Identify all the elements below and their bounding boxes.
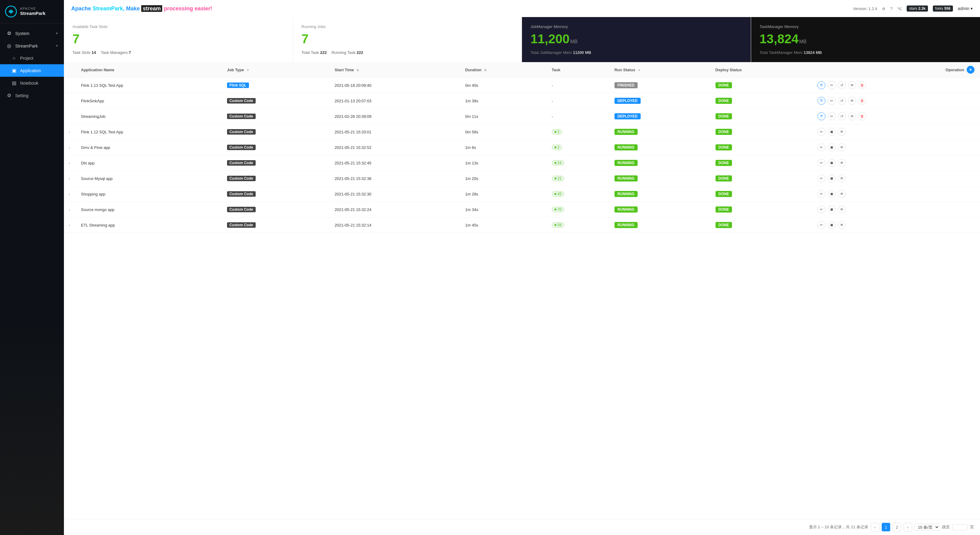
sidebar-item-setting[interactable]: ⚙ Setting xyxy=(0,89,64,102)
edit-button-9[interactable]: ✏ xyxy=(818,205,826,213)
add-application-button[interactable]: + xyxy=(967,66,975,74)
stat-label-jobmanager-mem: JobManager Memory xyxy=(530,24,742,29)
row-job-type-5: Custom Code xyxy=(222,140,330,155)
deploy-button-1[interactable]: ⇈ xyxy=(818,81,826,89)
edit-button-2[interactable]: ✏ xyxy=(828,97,836,105)
row-app-name-5: Gmv & Flow app xyxy=(76,140,222,155)
github-forks-badge[interactable]: forks 556 xyxy=(933,5,953,11)
view-button-1[interactable]: 👁 xyxy=(848,81,856,89)
sidebar-item-project[interactable]: ○ Project xyxy=(0,52,64,64)
page-button-2[interactable]: 2 xyxy=(892,523,901,531)
row-expand-5[interactable]: › xyxy=(64,140,76,155)
github-stars-badge[interactable]: stars 2.3k xyxy=(907,5,928,11)
page-button-1[interactable]: 1 xyxy=(882,523,890,531)
nav-icon-1[interactable]: ⊘ xyxy=(882,6,885,11)
stop-button-8[interactable]: ⏹ xyxy=(828,190,836,198)
view-button-3[interactable]: 👁 xyxy=(848,112,856,120)
sidebar-item-application[interactable]: ▣ Application xyxy=(0,64,64,77)
row-expand-7[interactable]: › xyxy=(64,171,76,186)
expand-icon-10[interactable]: › xyxy=(69,223,70,228)
stat-value-task-slots: 7 xyxy=(72,33,284,45)
row-task-3: - xyxy=(547,109,609,124)
expand-icon-7[interactable]: › xyxy=(69,177,70,181)
sidebar-item-system[interactable]: ⚙ System ▾ xyxy=(0,27,64,40)
stop-button-9[interactable]: ⏹ xyxy=(828,205,836,213)
th-app-name: Application Name xyxy=(76,62,222,78)
view-button-2[interactable]: 👁 xyxy=(848,97,856,105)
expand-icon-8[interactable]: › xyxy=(69,192,70,196)
view-button-7[interactable]: 👁 xyxy=(838,175,846,182)
status-badge-running-4: RUNNING xyxy=(614,175,638,182)
duration-sort-icon[interactable]: ⇅ xyxy=(484,68,486,72)
application-icon: ▣ xyxy=(11,68,17,73)
delete-button-3[interactable]: 🗑 xyxy=(858,112,866,120)
edit-button-10[interactable]: ✏ xyxy=(818,221,826,229)
expand-icon-9[interactable]: › xyxy=(69,208,70,212)
sidebar-item-streampark[interactable]: ◎ StreamPark ▾ xyxy=(0,40,64,52)
forks-label: forks xyxy=(935,6,943,11)
th-run-status[interactable]: Run Status ▼ xyxy=(609,62,711,78)
stop-button-10[interactable]: ⏹ xyxy=(828,221,836,229)
row-start-time-4: 2021-05-21 15:33:01 xyxy=(330,124,460,140)
view-button-8[interactable]: 👁 xyxy=(838,190,846,198)
stop-button-5[interactable]: ⏹ xyxy=(828,143,836,151)
th-job-type[interactable]: Job Type ▼ xyxy=(222,62,330,78)
view-button-10[interactable]: 👁 xyxy=(838,221,846,229)
view-button-4[interactable]: 👁 xyxy=(838,128,846,136)
prev-page-button[interactable]: ‹ xyxy=(871,523,879,531)
edit-button-6[interactable]: ✏ xyxy=(818,159,826,167)
edit-button-3[interactable]: ✏ xyxy=(828,112,836,120)
edit-button-5[interactable]: ✏ xyxy=(818,143,826,151)
row-expand-6[interactable]: › xyxy=(64,155,76,171)
edit-button-4[interactable]: ✏ xyxy=(818,128,826,136)
job-type-filter-icon[interactable]: ▼ xyxy=(246,68,249,72)
jump-to-label: 跳至 xyxy=(942,524,950,530)
deploy-button-2[interactable]: ⇈ xyxy=(818,97,826,105)
edit-button-1[interactable]: ✏ xyxy=(828,81,836,89)
row-job-type-3: Custom Code xyxy=(222,109,330,124)
page-jump-input[interactable] xyxy=(952,524,967,530)
th-start-time[interactable]: Start Time ⇅ xyxy=(330,62,460,78)
sidebar-logo: APACHE StreamPark xyxy=(0,0,64,24)
start-time-sort-icon[interactable]: ⇅ xyxy=(356,68,359,72)
row-run-status-4: RUNNING xyxy=(609,124,711,140)
row-expand-4[interactable]: › xyxy=(64,124,76,140)
row-expand-10[interactable]: › xyxy=(64,217,76,233)
deploy-badge-8: DONE xyxy=(716,191,732,197)
deploy-button-3[interactable]: ⇈ xyxy=(818,112,826,120)
table-row: › Source Mysql app Custom Code 2021-05-2… xyxy=(64,171,980,186)
edit-button-7[interactable]: ✏ xyxy=(818,175,826,182)
row-job-type-6: Custom Code xyxy=(222,155,330,171)
restart-button-2[interactable]: ↺ xyxy=(838,97,846,105)
delete-button-2[interactable]: 🗑 xyxy=(858,97,866,105)
stop-button-6[interactable]: ⏹ xyxy=(828,159,836,167)
per-page-select[interactable]: 10 条/页 20 条/页 50 条/页 xyxy=(915,524,940,531)
run-status-filter-icon[interactable]: ▼ xyxy=(638,68,641,72)
page-unit-label: 页 xyxy=(970,524,974,530)
view-button-5[interactable]: 👁 xyxy=(838,143,846,151)
next-page-button[interactable]: › xyxy=(904,523,912,531)
row-deploy-status-2: DONE xyxy=(711,93,812,109)
stat-footer-task-slots: Task Slots 14 Task Managers 7 xyxy=(72,50,284,55)
stop-button-4[interactable]: ⏹ xyxy=(828,128,836,136)
github-icon[interactable]: ⌥ xyxy=(897,6,902,11)
admin-dropdown[interactable]: admin ▾ xyxy=(958,6,973,11)
view-button-6[interactable]: 👁 xyxy=(838,159,846,167)
expand-icon-6[interactable]: › xyxy=(69,161,70,166)
restart-button-1[interactable]: ↺ xyxy=(838,81,846,89)
sidebar-item-notebook[interactable]: ▤ Notebook xyxy=(0,77,64,89)
stop-button-7[interactable]: ⏹ xyxy=(828,175,836,182)
row-expand-8[interactable]: › xyxy=(64,186,76,202)
nav-icon-2[interactable]: ? xyxy=(890,6,892,11)
edit-button-8[interactable]: ✏ xyxy=(818,190,826,198)
expand-icon-4[interactable]: › xyxy=(69,130,70,134)
admin-arrow-icon: ▾ xyxy=(970,6,973,11)
custom-code-badge: Custom Code xyxy=(227,191,256,197)
row-expand-9[interactable]: › xyxy=(64,202,76,217)
delete-button-1[interactable]: 🗑 xyxy=(858,81,866,89)
restart-button-3[interactable]: ↺ xyxy=(838,112,846,120)
row-start-time-6: 2021-05-21 15:32:45 xyxy=(330,155,460,171)
view-button-9[interactable]: 👁 xyxy=(838,205,846,213)
th-duration[interactable]: Duration ⇅ xyxy=(460,62,547,78)
expand-icon-5[interactable]: › xyxy=(69,146,70,150)
